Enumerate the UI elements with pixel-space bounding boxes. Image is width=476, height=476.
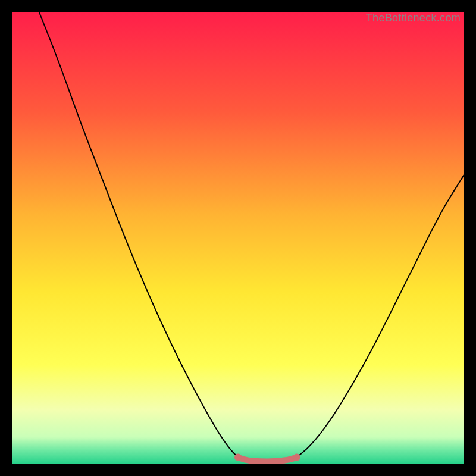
chart-svg (12, 12, 464, 464)
background-gradient (12, 12, 464, 464)
plot-area: TheBottleneck.com (12, 12, 464, 464)
flat-endpoint-dot-0 (234, 454, 242, 461)
chart-container: TheBottleneck.com (0, 0, 476, 476)
flat-endpoint-dot-1 (293, 454, 300, 461)
